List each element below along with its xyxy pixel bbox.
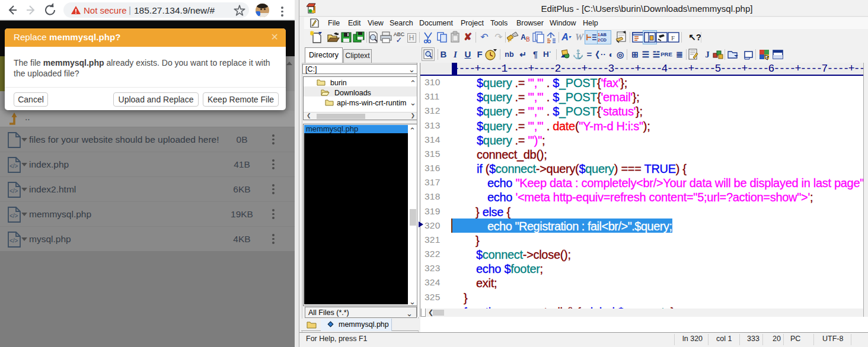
svg-text:</>: </> [9, 237, 18, 244]
svg-text:</>: </> [9, 188, 18, 194]
svg-text:</>: </> [9, 163, 18, 169]
svg-text:F: F [671, 34, 675, 41]
svg-text:</>: </> [9, 213, 18, 219]
